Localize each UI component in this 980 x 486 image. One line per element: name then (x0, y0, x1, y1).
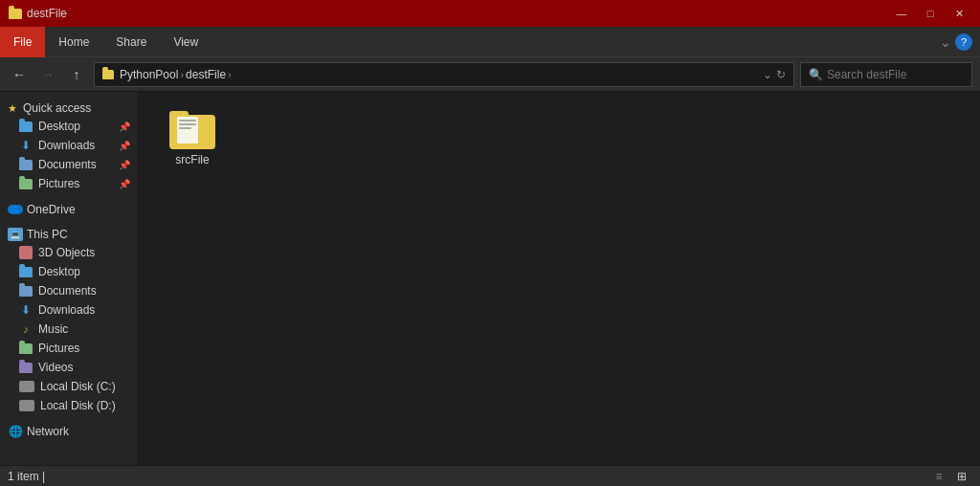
sidebar-label-desktop-pc: Desktop (38, 265, 80, 278)
sidebar-item-desktop-pc[interactable]: Desktop (0, 262, 138, 281)
download-icon: ⬇ (19, 139, 33, 152)
address-bar: ← → ↑ PythonPool › destFile › ⌄ ↻ 🔍 (0, 57, 980, 92)
sidebar-quick-access-header[interactable]: ★ Quick access (0, 96, 138, 117)
sidebar: ★ Quick access Desktop 📌 ⬇ Downloads 📌 D… (0, 92, 139, 465)
status-view-buttons: ≡ ⊞ (928, 468, 972, 485)
breadcrumb-pythonpool[interactable]: PythonPool (120, 68, 178, 81)
sidebar-label-downloads-pc: Downloads (38, 303, 95, 317)
title-bar-left: destFile (8, 6, 67, 21)
folder-item-srcfile[interactable]: srcFile (154, 107, 231, 170)
folder-doc-icon (19, 160, 33, 170)
sidebar-item-documents-pc[interactable]: Documents (0, 281, 138, 300)
list-view-button[interactable]: ≡ (928, 468, 949, 485)
sidebar-item-downloads-pc[interactable]: ⬇ Downloads (0, 300, 138, 320)
search-box[interactable]: 🔍 (800, 62, 972, 87)
address-icons: ⌄ ↻ (763, 68, 786, 81)
title-folder-icon (8, 6, 23, 21)
folder-icon (19, 122, 33, 132)
pictures-icon (19, 179, 33, 189)
sidebar-label-music: Music (38, 322, 68, 336)
refresh-icon[interactable]: ↻ (776, 68, 786, 81)
help-icon[interactable]: ? (955, 33, 972, 51)
pictures-icon-pc (19, 343, 33, 354)
onedrive-label: OneDrive (27, 203, 76, 216)
search-input[interactable] (827, 68, 964, 81)
folder-doc-icon-pc (19, 286, 33, 297)
tab-share[interactable]: Share (102, 27, 160, 57)
window-title: destFile (27, 7, 67, 20)
pin-icon: 📌 (119, 122, 130, 132)
thispc-label: This PC (27, 228, 68, 241)
title-bar: destFile — □ ✕ (0, 0, 980, 27)
srcfile-folder-icon (169, 111, 215, 149)
breadcrumb: PythonPool › destFile › (120, 68, 757, 81)
pin-icon-doc: 📌 (119, 160, 130, 170)
srcfile-label: srcFile (175, 153, 209, 166)
sidebar-item-3dobjects[interactable]: 3D Objects (0, 243, 138, 262)
content-area: srcFile (139, 92, 980, 465)
sidebar-label-local-c: Local Disk (C:) (40, 380, 116, 393)
collapse-ribbon-icon[interactable]: ⌄ (940, 34, 951, 50)
dropdown-icon[interactable]: ⌄ (763, 68, 772, 81)
sidebar-thispc-header[interactable]: 💻 This PC (0, 222, 138, 243)
sidebar-onedrive-header[interactable]: OneDrive (0, 197, 138, 218)
search-icon: 🔍 (809, 68, 823, 81)
sidebar-item-documents-quick[interactable]: Documents 📌 (0, 155, 138, 174)
drive-d-icon (19, 400, 34, 411)
videos-icon (19, 363, 33, 373)
sidebar-label-pictures-quick: Pictures (38, 177, 79, 190)
sidebar-item-music[interactable]: ♪ Music (0, 320, 138, 339)
up-button[interactable]: ↑ (65, 63, 88, 86)
quick-access-label: Quick access (23, 101, 91, 115)
grid-view-button[interactable]: ⊞ (951, 468, 972, 485)
status-bar: 1 item | ≡ ⊞ (0, 465, 980, 486)
sidebar-label-documents-quick: Documents (38, 158, 97, 171)
folder-icon-desktop (19, 267, 33, 277)
back-button[interactable]: ← (8, 63, 31, 86)
forward-button[interactable]: → (36, 63, 59, 86)
sidebar-label-3dobjects: 3D Objects (38, 246, 95, 259)
sidebar-label-local-d: Local Disk (D:) (40, 399, 116, 412)
tab-home[interactable]: Home (45, 27, 102, 57)
sidebar-label-desktop-quick: Desktop (38, 120, 80, 133)
sidebar-item-downloads-quick[interactable]: ⬇ Downloads 📌 (0, 136, 138, 155)
tab-file[interactable]: File (0, 27, 45, 57)
sidebar-label-downloads-quick: Downloads (38, 139, 95, 152)
quick-access-star-icon: ★ (8, 102, 17, 115)
network-label: Network (27, 425, 69, 438)
ribbon-tabs: File Home Share View ⌄ ? (0, 27, 980, 57)
3dobjects-icon (19, 246, 33, 259)
pin-icon-dl: 📌 (119, 141, 130, 151)
sidebar-item-pictures-pc[interactable]: Pictures (0, 339, 138, 358)
minimize-button[interactable]: — (888, 3, 915, 24)
sidebar-label-pictures-pc: Pictures (38, 342, 79, 355)
sidebar-item-local-d[interactable]: Local Disk (D:) (0, 396, 138, 415)
sidebar-item-local-c[interactable]: Local Disk (C:) (0, 377, 138, 396)
sidebar-item-videos[interactable]: Videos (0, 358, 138, 377)
address-input[interactable]: PythonPool › destFile › ⌄ ↻ (94, 62, 794, 87)
status-text: 1 item | (8, 470, 45, 483)
drive-c-icon (19, 381, 34, 392)
window-controls: — □ ✕ (888, 3, 972, 24)
breadcrumb-sep1: › (180, 69, 184, 80)
download-icon-pc: ⬇ (19, 303, 33, 317)
pin-icon-pic: 📌 (119, 179, 130, 189)
sidebar-item-desktop-quick[interactable]: Desktop 📌 (0, 117, 138, 136)
sidebar-item-pictures-quick[interactable]: Pictures 📌 (0, 174, 138, 193)
thispc-icon: 💻 (8, 228, 23, 241)
path-folder-icon (102, 70, 114, 79)
main-layout: ★ Quick access Desktop 📌 ⬇ Downloads 📌 D… (0, 92, 980, 465)
sidebar-network-header[interactable]: 🌐 Network (0, 419, 138, 440)
network-icon: 🌐 (8, 425, 23, 438)
sidebar-label-documents-pc: Documents (38, 284, 97, 298)
tab-view[interactable]: View (160, 27, 212, 57)
maximize-button[interactable]: □ (917, 3, 944, 24)
breadcrumb-sep2: › (228, 69, 232, 80)
sidebar-label-videos: Videos (38, 361, 73, 374)
breadcrumb-destfile[interactable]: destFile (186, 68, 226, 81)
onedrive-icon (8, 205, 23, 214)
music-icon: ♪ (19, 322, 33, 336)
close-button[interactable]: ✕ (946, 3, 972, 24)
